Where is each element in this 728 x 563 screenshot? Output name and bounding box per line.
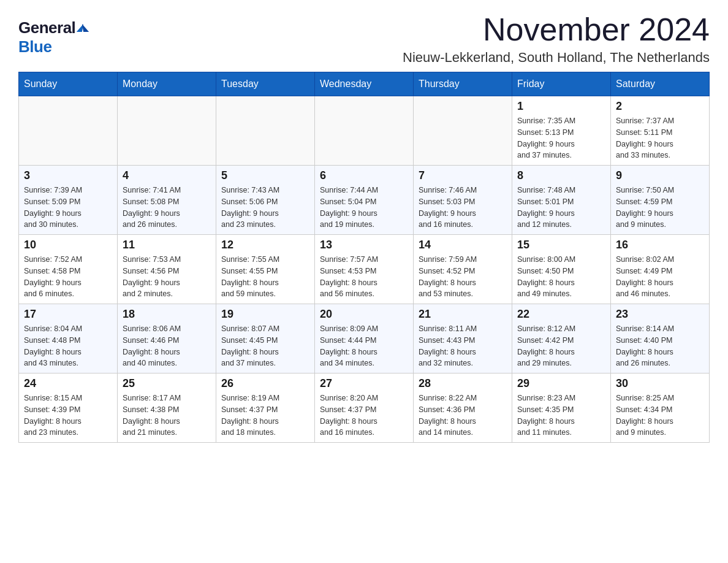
calendar-cell: 10Sunrise: 7:52 AM Sunset: 4:58 PM Dayli… — [19, 235, 118, 304]
day-number: 6 — [320, 169, 408, 182]
day-info: Sunrise: 8:19 AM Sunset: 4:37 PM Dayligh… — [221, 393, 309, 439]
calendar-cell: 11Sunrise: 7:53 AM Sunset: 4:56 PM Dayli… — [118, 235, 216, 304]
day-number: 19 — [221, 308, 309, 321]
day-info: Sunrise: 7:48 AM Sunset: 5:01 PM Dayligh… — [517, 185, 605, 231]
calendar-cell: 15Sunrise: 8:00 AM Sunset: 4:50 PM Dayli… — [512, 235, 611, 304]
title-section: November 2024 Nieuw-Lekkerland, South Ho… — [403, 12, 710, 66]
day-info: Sunrise: 8:14 AM Sunset: 4:40 PM Dayligh… — [616, 323, 704, 369]
day-info: Sunrise: 7:53 AM Sunset: 4:56 PM Dayligh… — [123, 254, 211, 300]
calendar-cell: 30Sunrise: 8:25 AM Sunset: 4:34 PM Dayli… — [611, 373, 710, 443]
day-number: 29 — [517, 377, 605, 390]
logo: General Blue — [18, 12, 88, 56]
calendar-cell: 2Sunrise: 7:37 AM Sunset: 5:11 PM Daylig… — [611, 96, 710, 166]
weekday-header-tuesday: Tuesday — [216, 72, 315, 96]
day-info: Sunrise: 7:39 AM Sunset: 5:09 PM Dayligh… — [24, 185, 112, 231]
day-number: 22 — [517, 308, 605, 321]
day-number: 15 — [517, 239, 605, 251]
calendar-cell: 13Sunrise: 7:57 AM Sunset: 4:53 PM Dayli… — [315, 235, 414, 304]
calendar-cell: 1Sunrise: 7:35 AM Sunset: 5:13 PM Daylig… — [512, 96, 611, 166]
calendar-cell — [315, 96, 414, 166]
day-number: 1 — [517, 100, 605, 113]
day-number: 16 — [616, 239, 704, 251]
weekday-header-saturday: Saturday — [611, 72, 710, 96]
day-number: 10 — [24, 239, 112, 251]
day-number: 21 — [419, 308, 507, 321]
calendar-table: SundayMondayTuesdayWednesdayThursdayFrid… — [18, 72, 710, 443]
day-number: 3 — [24, 169, 112, 182]
month-title: November 2024 — [403, 12, 710, 47]
day-info: Sunrise: 8:11 AM Sunset: 4:43 PM Dayligh… — [419, 323, 507, 369]
calendar-cell — [414, 96, 512, 166]
weekday-header-thursday: Thursday — [414, 72, 512, 96]
day-info: Sunrise: 8:09 AM Sunset: 4:44 PM Dayligh… — [320, 323, 408, 369]
day-number: 26 — [221, 377, 309, 390]
day-info: Sunrise: 8:20 AM Sunset: 4:37 PM Dayligh… — [320, 393, 408, 439]
calendar-cell — [118, 96, 216, 166]
day-info: Sunrise: 8:25 AM Sunset: 4:34 PM Dayligh… — [616, 393, 704, 439]
calendar-cell: 18Sunrise: 8:06 AM Sunset: 4:46 PM Dayli… — [118, 304, 216, 373]
calendar-cell: 9Sunrise: 7:50 AM Sunset: 4:59 PM Daylig… — [611, 166, 710, 235]
day-number: 9 — [616, 169, 704, 182]
day-number: 5 — [221, 169, 309, 182]
day-info: Sunrise: 8:12 AM Sunset: 4:42 PM Dayligh… — [517, 323, 605, 369]
calendar-week-row: 10Sunrise: 7:52 AM Sunset: 4:58 PM Dayli… — [19, 235, 710, 304]
day-info: Sunrise: 7:41 AM Sunset: 5:08 PM Dayligh… — [123, 185, 211, 231]
calendar-week-row: 24Sunrise: 8:15 AM Sunset: 4:39 PM Dayli… — [19, 373, 710, 443]
calendar-cell: 26Sunrise: 8:19 AM Sunset: 4:37 PM Dayli… — [216, 373, 315, 443]
day-info: Sunrise: 8:17 AM Sunset: 4:38 PM Dayligh… — [123, 393, 211, 439]
calendar-cell: 16Sunrise: 8:02 AM Sunset: 4:49 PM Dayli… — [611, 235, 710, 304]
day-number: 7 — [419, 169, 507, 182]
calendar-cell: 6Sunrise: 7:44 AM Sunset: 5:04 PM Daylig… — [315, 166, 414, 235]
logo-blue-text: Blue — [18, 37, 51, 56]
calendar-cell: 21Sunrise: 8:11 AM Sunset: 4:43 PM Dayli… — [414, 304, 512, 373]
day-info: Sunrise: 7:46 AM Sunset: 5:03 PM Dayligh… — [419, 185, 507, 231]
calendar-cell: 4Sunrise: 7:41 AM Sunset: 5:08 PM Daylig… — [118, 166, 216, 235]
day-info: Sunrise: 7:52 AM Sunset: 4:58 PM Dayligh… — [24, 254, 112, 300]
day-info: Sunrise: 7:43 AM Sunset: 5:06 PM Dayligh… — [221, 185, 309, 231]
day-info: Sunrise: 8:02 AM Sunset: 4:49 PM Dayligh… — [616, 254, 704, 300]
day-info: Sunrise: 7:44 AM Sunset: 5:04 PM Dayligh… — [320, 185, 408, 231]
calendar-cell: 27Sunrise: 8:20 AM Sunset: 4:37 PM Dayli… — [315, 373, 414, 443]
day-info: Sunrise: 8:15 AM Sunset: 4:39 PM Dayligh… — [24, 393, 112, 439]
calendar-cell: 8Sunrise: 7:48 AM Sunset: 5:01 PM Daylig… — [512, 166, 611, 235]
page-header: General Blue November 2024 Nieuw-Lekkerl… — [18, 12, 710, 66]
day-number: 13 — [320, 239, 408, 251]
calendar-cell: 28Sunrise: 8:22 AM Sunset: 4:36 PM Dayli… — [414, 373, 512, 443]
day-number: 24 — [24, 377, 112, 390]
weekday-header-wednesday: Wednesday — [315, 72, 414, 96]
day-info: Sunrise: 7:35 AM Sunset: 5:13 PM Dayligh… — [517, 115, 605, 161]
day-info: Sunrise: 7:50 AM Sunset: 4:59 PM Dayligh… — [616, 185, 704, 231]
calendar-cell: 20Sunrise: 8:09 AM Sunset: 4:44 PM Dayli… — [315, 304, 414, 373]
day-number: 25 — [123, 377, 211, 390]
weekday-header-friday: Friday — [512, 72, 611, 96]
day-info: Sunrise: 8:00 AM Sunset: 4:50 PM Dayligh… — [517, 254, 605, 300]
weekday-header-monday: Monday — [118, 72, 216, 96]
calendar-cell: 3Sunrise: 7:39 AM Sunset: 5:09 PM Daylig… — [19, 166, 118, 235]
day-number: 14 — [419, 239, 507, 251]
day-number: 30 — [616, 377, 704, 390]
day-info: Sunrise: 7:55 AM Sunset: 4:55 PM Dayligh… — [221, 254, 309, 300]
calendar-cell: 7Sunrise: 7:46 AM Sunset: 5:03 PM Daylig… — [414, 166, 512, 235]
day-number: 12 — [221, 239, 309, 251]
calendar-cell — [216, 96, 315, 166]
day-info: Sunrise: 8:23 AM Sunset: 4:35 PM Dayligh… — [517, 393, 605, 439]
calendar-cell: 19Sunrise: 8:07 AM Sunset: 4:45 PM Dayli… — [216, 304, 315, 373]
logo-general-text: General — [18, 18, 75, 37]
day-info: Sunrise: 8:22 AM Sunset: 4:36 PM Dayligh… — [419, 393, 507, 439]
day-info: Sunrise: 7:59 AM Sunset: 4:52 PM Dayligh… — [419, 254, 507, 300]
day-info: Sunrise: 7:37 AM Sunset: 5:11 PM Dayligh… — [616, 115, 704, 161]
day-number: 4 — [123, 169, 211, 182]
location-title: Nieuw-Lekkerland, South Holland, The Net… — [403, 50, 710, 66]
calendar-cell: 29Sunrise: 8:23 AM Sunset: 4:35 PM Dayli… — [512, 373, 611, 443]
calendar-cell — [19, 96, 118, 166]
weekday-header-sunday: Sunday — [19, 72, 118, 96]
calendar-cell: 14Sunrise: 7:59 AM Sunset: 4:52 PM Dayli… — [414, 235, 512, 304]
calendar-header-row: SundayMondayTuesdayWednesdayThursdayFrid… — [19, 72, 710, 96]
day-number: 17 — [24, 308, 112, 321]
calendar-cell: 22Sunrise: 8:12 AM Sunset: 4:42 PM Dayli… — [512, 304, 611, 373]
day-number: 18 — [123, 308, 211, 321]
day-info: Sunrise: 8:07 AM Sunset: 4:45 PM Dayligh… — [221, 323, 309, 369]
calendar-cell: 23Sunrise: 8:14 AM Sunset: 4:40 PM Dayli… — [611, 304, 710, 373]
day-info: Sunrise: 7:57 AM Sunset: 4:53 PM Dayligh… — [320, 254, 408, 300]
calendar-cell: 17Sunrise: 8:04 AM Sunset: 4:48 PM Dayli… — [19, 304, 118, 373]
